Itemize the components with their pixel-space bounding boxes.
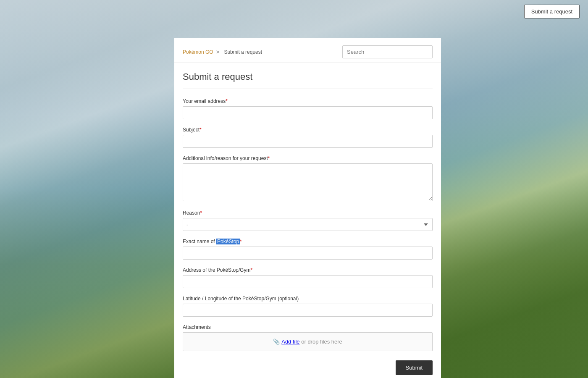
subject-required-marker: *: [200, 127, 202, 133]
additional-info-group: Additional info/reason for your request*: [183, 155, 433, 202]
page-title: Submit a request: [183, 71, 433, 82]
address-required-marker: *: [250, 267, 252, 273]
email-label: Your email address*: [183, 98, 433, 104]
address-group: Address of the PokéStop/Gym*: [183, 267, 433, 288]
latlng-input[interactable]: [183, 304, 433, 317]
subject-input[interactable]: [183, 135, 433, 148]
pokestop-highlight: PokéStop: [216, 239, 240, 244]
exact-name-group: Exact name of PokéStop*: [183, 239, 433, 260]
attachments-label: Attachments: [183, 324, 433, 330]
breadcrumb-separator: >: [216, 49, 219, 55]
clip-icon: 📎: [273, 339, 280, 345]
form-divider: [183, 89, 433, 89]
attachments-dropzone[interactable]: 📎Add file or drop files here: [183, 332, 433, 351]
address-label: Address of the PokéStop/Gym*: [183, 267, 433, 273]
additional-info-label: Additional info/reason for your request*: [183, 155, 433, 161]
attachments-group: Attachments 📎Add file or drop files here: [183, 324, 433, 351]
additional-info-required-marker: *: [268, 155, 270, 161]
exact-name-label: Exact name of PokéStop*: [183, 239, 433, 244]
reason-group: Reason* - Inappropriate name Inappropria…: [183, 210, 433, 231]
breadcrumb-current: Submit a request: [224, 49, 262, 55]
main-panel: Pokémon GO > Submit a request Submit a r…: [174, 38, 441, 378]
email-required-marker: *: [226, 98, 228, 104]
breadcrumb-home-link[interactable]: Pokémon GO: [183, 49, 213, 55]
form-area: Submit a request Your email address* Sub…: [174, 63, 441, 378]
additional-info-textarea[interactable]: [183, 163, 433, 201]
subject-group: Subject*: [183, 127, 433, 148]
address-input[interactable]: [183, 275, 433, 288]
panel-header: Pokémon GO > Submit a request: [174, 38, 441, 63]
latlng-group: Latitude / Longitude of the PokéStop/Gym…: [183, 296, 433, 317]
drop-text: or drop files here: [301, 339, 342, 345]
subject-label: Subject*: [183, 127, 433, 133]
submit-button[interactable]: Submit: [396, 360, 433, 375]
latlng-label: Latitude / Longitude of the PokéStop/Gym…: [183, 296, 433, 302]
email-input[interactable]: [183, 106, 433, 119]
reason-label: Reason*: [183, 210, 433, 216]
search-input[interactable]: [342, 45, 433, 58]
breadcrumb: Pokémon GO > Submit a request: [183, 49, 264, 55]
top-bar: Submit a request: [0, 0, 588, 23]
exact-name-required-marker: *: [240, 239, 242, 244]
reason-select[interactable]: - Inappropriate name Inappropriate image…: [183, 218, 433, 231]
submit-request-top-button[interactable]: Submit a request: [524, 5, 580, 18]
reason-required-marker: *: [200, 210, 202, 216]
email-group: Your email address*: [183, 98, 433, 119]
exact-name-input[interactable]: [183, 247, 433, 260]
add-file-link[interactable]: Add file: [281, 339, 299, 345]
